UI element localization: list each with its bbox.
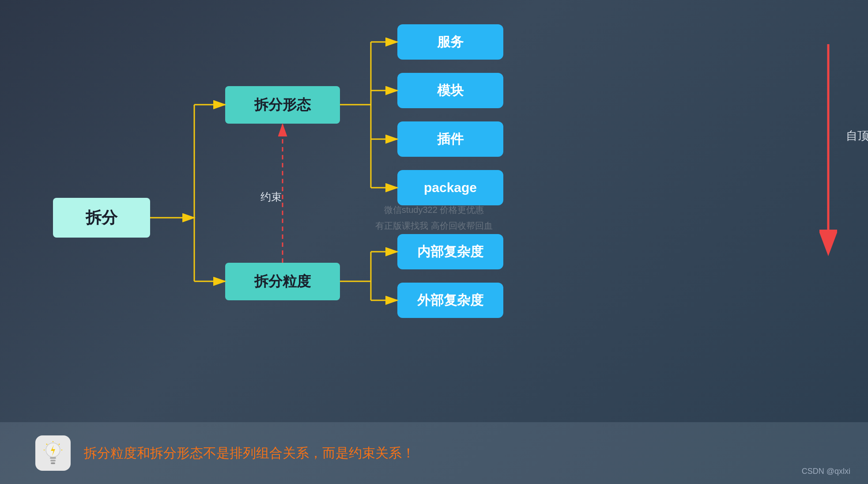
svg-rect-27 bbox=[50, 457, 56, 459]
lightbulb-svg bbox=[42, 441, 64, 465]
node-mid-bottom: 拆分粒度 bbox=[225, 263, 340, 300]
node-waib: 外部复杂度 bbox=[397, 283, 503, 318]
neib-label: 内部复杂度 bbox=[417, 243, 483, 261]
diagram-area: 拆分 拆分形态 拆分粒度 服务 模块 插件 package 内部复杂度 外部复杂… bbox=[26, 13, 842, 422]
direction-arrow bbox=[819, 40, 837, 261]
package-label: package bbox=[424, 180, 477, 195]
svg-line-24 bbox=[46, 444, 47, 445]
waib-label: 外部复杂度 bbox=[417, 291, 483, 310]
node-package: package bbox=[397, 170, 503, 205]
chajian-label: 插件 bbox=[437, 130, 464, 148]
lightbulb-icon bbox=[35, 435, 71, 471]
node-chajian: 插件 bbox=[397, 121, 503, 157]
svg-rect-29 bbox=[51, 462, 55, 464]
direction-label: 自顶向下拆分 bbox=[846, 128, 868, 144]
watermark: 微信study322 价格更优惠 有正版课找我 高价回收帮回血 bbox=[375, 202, 493, 234]
right-annotation: 自顶向下拆分 bbox=[819, 40, 837, 261]
node-neib: 内部复杂度 bbox=[397, 234, 503, 269]
fuwu-label: 服务 bbox=[437, 33, 464, 51]
bottom-note: 拆分粒度和拆分形态不是排列组合关系，而是约束关系！ bbox=[84, 444, 415, 462]
svg-rect-28 bbox=[50, 460, 56, 461]
node-root: 拆分 bbox=[53, 198, 150, 238]
mid-bottom-label: 拆分粒度 bbox=[254, 272, 311, 291]
node-mokuai: 模块 bbox=[397, 73, 503, 108]
constraint-label: 约束 bbox=[260, 190, 282, 204]
node-mid-top: 拆分形态 bbox=[225, 86, 340, 124]
bottom-bar: 拆分粒度和拆分形态不是排列组合关系，而是约束关系！ bbox=[0, 422, 868, 484]
root-label: 拆分 bbox=[86, 207, 117, 229]
mid-top-label: 拆分形态 bbox=[254, 95, 311, 115]
svg-line-23 bbox=[59, 444, 60, 445]
mokuai-label: 模块 bbox=[437, 82, 464, 100]
csdn-label: CSDN @qxlxi bbox=[802, 467, 850, 476]
node-fuwu: 服务 bbox=[397, 24, 503, 60]
